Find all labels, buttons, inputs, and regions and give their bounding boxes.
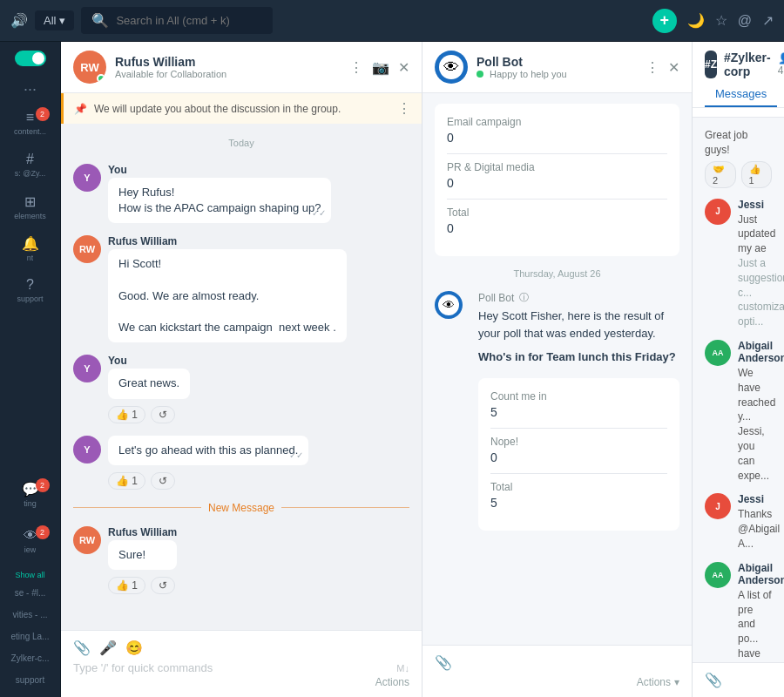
attachment-icon[interactable]: 📎 [705, 672, 722, 688]
divider [447, 199, 667, 200]
poll-option-label: Total [447, 206, 667, 219]
poll-option: PR & Digital media 0 [447, 161, 667, 190]
avatar: RW [73, 51, 106, 84]
info-icon[interactable]: ⓘ [519, 291, 529, 304]
divider [447, 153, 667, 154]
message-row: Y You Great news. 👍 1 ↺ [73, 355, 409, 423]
show-all-link[interactable]: Show all [15, 571, 44, 579]
avatar: AA [705, 340, 731, 366]
share-icon[interactable]: ↗ [762, 12, 774, 29]
bot-header: 👁 Poll Bot Happy to help you ⋮ ✕ [422, 42, 692, 93]
attachment-icon[interactable]: 📎 [73, 639, 91, 656]
avatar: Y [73, 436, 101, 464]
sidebar-bottom-support[interactable]: support [8, 672, 53, 688]
all-label: All [44, 14, 56, 27]
message-text: Thanks @Abigail A... [738, 507, 772, 551]
input-placeholder[interactable]: Type '/' for quick commands [73, 661, 213, 674]
msg-group: RW Rufus William Hi Scott!Good. We are a… [73, 235, 409, 342]
chat-header-info: Rufus William Available for Collaboratio… [115, 55, 349, 79]
online-indicator [97, 74, 105, 83]
poll-option: Count me in 5 [490, 390, 667, 419]
actions-button[interactable]: Actions [375, 676, 409, 688]
markdown-hint: M↓ [396, 663, 409, 673]
message-sender: Rufus William [108, 526, 177, 538]
search-bar[interactable]: 🔍 [81, 7, 273, 34]
bot-name: Poll Bot [476, 55, 645, 69]
message-bubble: Let's go ahead with this as planned. ✓✓ [108, 436, 308, 465]
message-row: RW Rufus William Sure! 👍 1 ↺ [73, 526, 409, 594]
content-badge: 2 [36, 107, 50, 121]
read-tick: ✓✓ [289, 450, 303, 462]
at-icon[interactable]: @ [738, 13, 752, 29]
bot-date-divider: Thursday, August 26 [435, 268, 679, 279]
sidebar-bottom-base[interactable]: se - #l... [8, 585, 53, 601]
reaction-handshake[interactable]: 🤝 2 [705, 161, 736, 188]
date-divider: Today [73, 138, 409, 148]
sidebar-bottom: 💬 ting 2 👁 iew 2 Show all se - #l... vit… [0, 473, 60, 688]
poll-option: Email campaign 0 [447, 116, 667, 145]
sidebar-bottom-marketing[interactable]: eting La... [8, 628, 53, 645]
more-options-icon[interactable]: ⋮ [645, 59, 659, 76]
search-input[interactable] [116, 14, 262, 27]
sidebar-bottom-zylker[interactable]: Zylker-c... [8, 650, 53, 667]
toggle-track[interactable] [15, 51, 46, 66]
reaction-thumbsup[interactable]: 👍 1 [108, 577, 145, 594]
message-content: You Hey Rufus!How is the APAC campaign s… [108, 164, 331, 223]
poll-card-1: Email campaign 0 PR & Digital media 0 To… [435, 104, 679, 256]
poll-option-label: Count me in [490, 390, 667, 403]
sidebar-item-tags[interactable]: # s: @Zy... [8, 145, 53, 184]
close-icon[interactable]: ✕ [398, 59, 409, 76]
sidebar-item-label: nt [27, 254, 34, 262]
speaker-icon[interactable]: 🔊 [10, 12, 28, 29]
poll-bot-label: Poll Bot [478, 292, 514, 304]
bot-header-info: Poll Bot Happy to help you [476, 55, 645, 79]
message-row: AA Abigail Anderson A list of pre and po… [705, 562, 772, 662]
message-row: Great job guys! 🤝 2 👍 1 [705, 128, 772, 188]
close-icon[interactable]: ✕ [668, 59, 679, 76]
more-tabs-icon[interactable]: ⋮ [777, 82, 784, 107]
sidebar-toggle[interactable] [15, 51, 46, 66]
sidebar-item-ting[interactable]: 💬 ting 2 [8, 475, 53, 513]
message-text: We have reached y... Jessi, you can expe… [738, 366, 772, 483]
sidebar-item-view[interactable]: 👁 iew 2 [8, 522, 53, 560]
bot-actions-button[interactable]: Actions ▾ [637, 676, 679, 688]
reaction-thumbsup[interactable]: 👍 1 [741, 161, 773, 188]
poll-total: Total 5 [490, 481, 667, 510]
sidebar-item-nt[interactable]: 🔔 nt [8, 229, 53, 267]
message-sender: Abigail Anderson [738, 340, 772, 364]
more-options-icon[interactable]: ⋮ [349, 59, 363, 76]
message-content: Jessi Thanks @Abigail A... [738, 493, 772, 551]
bot-intro-text: Hey Scott Fisher, here is the result of … [478, 308, 679, 342]
add-button[interactable]: + [652, 9, 677, 33]
tab-messages[interactable]: Messages [705, 82, 777, 107]
reaction-refresh[interactable]: ↺ [151, 472, 175, 490]
new-message-divider: New Message [73, 502, 409, 514]
poll-option-label: Total [490, 481, 667, 493]
left-chat-panel: RW Rufus William Available for Collabora… [61, 42, 422, 697]
moon-icon[interactable]: 🌙 [687, 12, 705, 29]
pinned-more-icon[interactable]: ⋮ [397, 100, 411, 117]
message-text: Great job guys! [705, 128, 772, 158]
sidebar-item-elements[interactable]: ⊞ elements [8, 187, 53, 226]
attachment-icon[interactable]: 📎 [435, 654, 452, 671]
sidebar-bottom-activities[interactable]: vities - ... [8, 606, 53, 623]
sidebar-item-support[interactable]: ? support [8, 271, 53, 309]
sidebar-dots-menu[interactable]: ··· [24, 80, 37, 98]
emoji-icon[interactable]: 😊 [125, 639, 143, 656]
all-dropdown[interactable]: All ▾ [35, 10, 74, 30]
message-bubble: Sure! [108, 540, 177, 570]
mic-icon[interactable]: 🎤 [99, 639, 117, 656]
reaction-thumbsup[interactable]: 👍 1 [108, 472, 145, 490]
video-call-icon[interactable]: 📷 [372, 59, 389, 76]
search-icon: 🔍 [91, 12, 109, 29]
message-row: J Jessi Thanks @Abigail A... [705, 493, 772, 551]
star-icon[interactable]: ☆ [715, 12, 727, 29]
bot-eye-icon: 👁 [443, 298, 455, 312]
reaction-refresh[interactable]: ↺ [151, 577, 175, 594]
reaction-refresh[interactable]: ↺ [151, 406, 175, 423]
message-content: Great job guys! 🤝 2 👍 1 [705, 128, 772, 188]
poll-card-2: Count me in 5 Nope! 0 Total 5 [478, 378, 679, 531]
reaction-thumbsup[interactable]: 👍 1 [108, 406, 145, 423]
sidebar-item-content[interactable]: ≡ content... 2 [8, 104, 53, 142]
bot-msg-sender: Poll Bot ⓘ [478, 291, 679, 304]
